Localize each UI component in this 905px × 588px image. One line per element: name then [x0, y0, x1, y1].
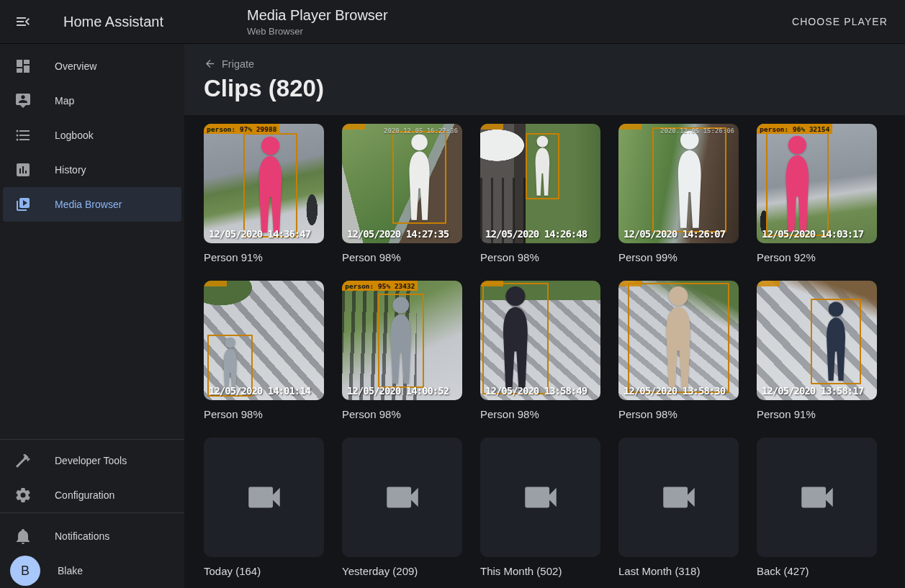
clip-item[interactable]: person: 97% 29988 12/05/2020 14:36:47 Pe…: [204, 124, 324, 263]
person-silhouette: [394, 132, 445, 222]
app-header: Home Assistant Media Player Browser Web …: [0, 0, 905, 43]
person-silhouette: [812, 300, 860, 384]
user-name-label: Blake: [58, 565, 83, 576]
sidebar-header: Home Assistant: [0, 13, 184, 30]
video-camera-icon: [382, 476, 423, 518]
choose-player-button[interactable]: CHOOSE PLAYER: [786, 10, 893, 33]
media-browser-header: Frigate Clips (820): [184, 43, 905, 115]
detection-label: [480, 281, 503, 286]
clip-thumbnail[interactable]: 12/05/2020 13:58:49: [480, 281, 600, 400]
clip-thumbnail[interactable]: 2020.12.05 16:27:36 12/05/2020 14:27:35: [342, 124, 462, 243]
sidebar-item-map[interactable]: Map: [3, 83, 181, 118]
folder-item[interactable]: This Month (502): [480, 438, 600, 577]
sidebar-item-history[interactable]: History: [3, 153, 181, 187]
folder-thumbnail[interactable]: [480, 438, 600, 557]
folder-item[interactable]: Last Month (318): [618, 438, 739, 577]
clip-item[interactable]: 12/05/2020 14:26:48 Person 98%: [480, 124, 600, 263]
sidebar-item-developer-tools[interactable]: Developer Tools: [3, 443, 181, 478]
folder-thumbnail[interactable]: [204, 438, 324, 557]
clip-thumbnail[interactable]: person: 96% 32154 12/05/2020 14:03:17: [757, 124, 877, 243]
sidebar-item-label: Notifications: [55, 530, 109, 542]
clip-caption: Person 99%: [618, 251, 739, 263]
clip-item[interactable]: 12/05/2020 13:58:17 Person 91%: [757, 281, 877, 420]
sidebar-spacer: [0, 222, 184, 439]
clip-thumbnail[interactable]: person: 95% 23432 12/05/2020 14:00:52: [342, 281, 462, 400]
clip-caption: Person 91%: [757, 408, 877, 420]
folder-caption: This Month (502): [480, 565, 600, 577]
clip-timestamp: 12/05/2020 14:00:52: [347, 385, 449, 397]
clip-timestamp: 12/05/2020 14:01:14: [209, 385, 310, 397]
bell-icon: [14, 528, 32, 545]
sidebar-item-logbook[interactable]: Logbook: [3, 118, 181, 153]
folder-thumbnail[interactable]: [618, 438, 739, 557]
folder-caption: Today (164): [204, 565, 324, 577]
detection-label: [204, 281, 227, 286]
chart-box-icon: [14, 161, 32, 178]
play-box-multiple-icon: [14, 196, 32, 213]
detection-bbox: [526, 133, 559, 199]
detection-bbox: [766, 132, 829, 236]
camera-osd-timestamp: 2020.12.05 15:26:06: [660, 127, 734, 135]
sidebar-item-label: Overview: [55, 60, 96, 72]
sidebar-item-label: Logbook: [55, 130, 94, 141]
sidebar-item-configuration[interactable]: Configuration: [3, 478, 181, 512]
person-silhouette: [379, 295, 422, 386]
hammer-icon: [14, 452, 32, 469]
media-browser-heading: Media Player Browser Web Browser: [247, 7, 388, 37]
clip-thumbnail[interactable]: 2020.12.05 15:26:06 12/05/2020 14:26:07: [618, 124, 739, 243]
folder-item[interactable]: Today (164): [204, 438, 324, 577]
breadcrumb[interactable]: Frigate: [204, 58, 254, 70]
clip-item[interactable]: 2020.12.05 16:27:36 12/05/2020 14:27:35 …: [342, 124, 462, 263]
page-header-title: Media Player Browser: [247, 7, 388, 24]
sidebar-item-overview[interactable]: Overview: [3, 49, 181, 83]
clip-thumbnail[interactable]: 12/05/2020 14:01:14: [204, 281, 324, 400]
folder-thumbnail[interactable]: [757, 438, 877, 557]
clip-item[interactable]: 2020.12.05 15:26:06 12/05/2020 14:26:07 …: [618, 124, 739, 263]
video-camera-icon: [520, 476, 562, 518]
folder-item[interactable]: Yesterday (209): [342, 438, 462, 577]
video-camera-icon: [243, 476, 285, 518]
detection-bbox: [392, 131, 446, 224]
clip-caption: Person 98%: [342, 408, 462, 420]
arrow-left-icon: [204, 58, 216, 70]
media-browser-content: Frigate Clips (820) person: 97% 29988 12…: [184, 43, 905, 588]
folder-caption: Yesterday (209): [342, 565, 462, 577]
clip-timestamp: 12/05/2020 14:03:17: [762, 228, 863, 240]
sidebar: Overview Map Logbook History Media Brows…: [0, 43, 184, 588]
sidebar-item-label: Developer Tools: [55, 455, 127, 466]
clip-thumbnail[interactable]: 12/05/2020 14:26:48: [480, 124, 600, 243]
gear-icon: [14, 487, 32, 504]
clip-thumbnail[interactable]: person: 97% 29988 12/05/2020 14:36:47: [204, 124, 324, 243]
clip-timestamp: 12/05/2020 13:58:17: [762, 385, 863, 397]
clip-item[interactable]: 12/05/2020 14:01:14 Person 98%: [204, 281, 324, 420]
detection-bbox: [482, 283, 549, 394]
detection-label: [618, 281, 641, 286]
clip-thumbnail[interactable]: 12/05/2020 13:58:30: [618, 281, 739, 400]
list-bulleted-icon: [14, 127, 32, 144]
clip-timestamp: 12/05/2020 14:27:35: [347, 228, 449, 240]
menu-open-icon[interactable]: [14, 13, 32, 30]
breadcrumb-label[interactable]: Frigate: [222, 58, 254, 70]
detection-label: [480, 124, 503, 130]
sidebar-item-notifications[interactable]: Notifications: [3, 519, 181, 553]
clip-item[interactable]: 12/05/2020 13:58:49 Person 98%: [480, 281, 600, 420]
sidebar-item-label: History: [55, 164, 86, 176]
clip-timestamp: 12/05/2020 14:36:47: [209, 228, 310, 240]
clip-thumbnail[interactable]: 12/05/2020 13:58:17: [757, 281, 877, 400]
sidebar-item-media-browser[interactable]: Media Browser: [3, 187, 181, 222]
clip-item[interactable]: person: 95% 23432 12/05/2020 14:00:52 Pe…: [342, 281, 462, 420]
clip-caption: Person 98%: [342, 251, 462, 263]
clip-item[interactable]: 12/05/2020 13:58:30 Person 98%: [618, 281, 739, 420]
folder-thumbnail[interactable]: [342, 438, 462, 557]
detection-label: [342, 124, 365, 130]
clip-item[interactable]: person: 96% 32154 12/05/2020 14:03:17 Pe…: [757, 124, 877, 263]
detection-bbox: [811, 299, 861, 385]
detection-label: person: 96% 32154: [757, 124, 832, 134]
sidebar-item-user[interactable]: B Blake: [3, 553, 181, 588]
home-assistant-title: Home Assistant: [63, 14, 163, 30]
detection-label: [618, 124, 641, 130]
folder-caption: Last Month (318): [618, 565, 739, 577]
detection-label: person: 97% 29988: [204, 124, 279, 134]
folder-item[interactable]: Back (427): [757, 438, 877, 577]
detection-label: person: 95% 23432: [342, 281, 418, 291]
